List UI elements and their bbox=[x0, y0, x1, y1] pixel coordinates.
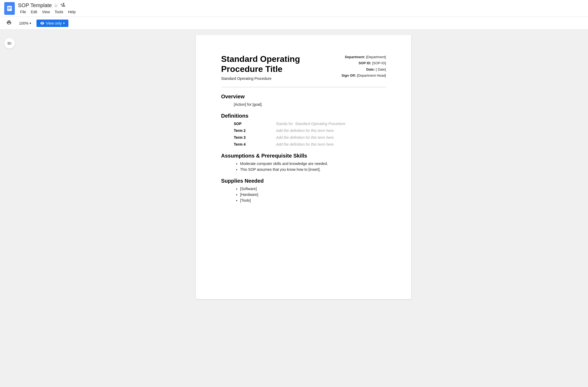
document-title: SOP Template bbox=[18, 2, 52, 8]
title-block: Standard Operating Procedure Title Stand… bbox=[221, 54, 342, 81]
menu-help[interactable]: Help bbox=[66, 9, 78, 15]
department-label: Department: bbox=[345, 55, 365, 59]
list-item: Moderate computer skills and knowledge a… bbox=[240, 162, 386, 166]
list-item: [Tools] bbox=[240, 198, 386, 202]
title-area: SOP Template ☆ File Edit View Tools Help bbox=[18, 2, 78, 15]
doc-page: Standard Operating Procedure Title Stand… bbox=[196, 35, 411, 299]
department-value: [Department] bbox=[366, 55, 386, 59]
assumptions-list: Moderate computer skills and knowledge a… bbox=[234, 162, 386, 172]
doc-title-row: SOP Template ☆ bbox=[18, 2, 78, 9]
signoff-label: Sign Off: bbox=[342, 73, 356, 77]
svg-rect-3 bbox=[8, 9, 10, 9]
def-row-term3: Term 3 Add the definition for this term … bbox=[234, 135, 386, 140]
def-value-sop: Stands for Standard Operating Procedure bbox=[276, 122, 345, 126]
def-value-sop-text: Standard Operating Procedure bbox=[295, 122, 346, 126]
view-only-dropdown-icon: ▾ bbox=[63, 21, 65, 25]
signoff-value: [Department Head] bbox=[357, 73, 386, 77]
sop-id-label: SOP ID: bbox=[358, 61, 371, 65]
menu-view[interactable]: View bbox=[40, 9, 52, 15]
section-divider bbox=[221, 87, 386, 87]
print-button[interactable] bbox=[4, 19, 14, 27]
list-item: This SOP assumes that you know how to [i… bbox=[240, 167, 386, 172]
doc-subtitle: Standard Operating Procedure bbox=[221, 76, 342, 81]
def-row-term4: Term 4 Add the definition for this term … bbox=[234, 142, 386, 146]
view-only-button[interactable]: View only ▾ bbox=[36, 20, 69, 27]
doc-meta: Department: [Department] SOP ID: [SOP-ID… bbox=[342, 54, 386, 79]
zoom-value: 100% bbox=[19, 21, 29, 25]
main-layout: Standard Operating Procedure Title Stand… bbox=[0, 30, 588, 310]
meta-department: Department: [Department] bbox=[342, 54, 386, 60]
svg-rect-2 bbox=[8, 8, 11, 8]
def-term-sop: SOP bbox=[234, 122, 255, 126]
menu-file[interactable]: File bbox=[18, 9, 28, 15]
date-value: [ Date] bbox=[376, 67, 386, 71]
def-value-2: Add the definition for this term here. bbox=[276, 128, 335, 133]
meta-signoff: Sign Off: [Department Head] bbox=[342, 72, 386, 79]
outline-button[interactable] bbox=[4, 38, 15, 49]
definitions-title: Definitions bbox=[221, 113, 386, 119]
collab-icon[interactable] bbox=[60, 2, 66, 9]
zoom-control[interactable]: 100% ▾ bbox=[17, 20, 33, 26]
doc-main-title: Standard Operating Procedure Title bbox=[221, 54, 342, 74]
svg-rect-1 bbox=[8, 7, 11, 8]
definitions-table: SOP Stands for Standard Operating Proced… bbox=[234, 122, 386, 146]
star-icon[interactable]: ☆ bbox=[54, 3, 58, 8]
left-sidebar bbox=[0, 35, 19, 310]
def-term-2: Term 2 bbox=[234, 128, 255, 133]
list-item: [Software] bbox=[240, 187, 386, 191]
top-bar: SOP Template ☆ File Edit View Tools Help bbox=[0, 0, 588, 17]
date-label: Date: bbox=[366, 67, 375, 71]
menu-bar: File Edit View Tools Help bbox=[18, 9, 78, 15]
list-item: [Hardware] bbox=[240, 192, 386, 197]
def-term-4: Term 4 bbox=[234, 142, 255, 146]
section-definitions: Definitions SOP Stands for Standard Oper… bbox=[221, 113, 386, 146]
supplies-title: Supplies Needed bbox=[221, 178, 386, 184]
svg-rect-0 bbox=[7, 6, 12, 11]
def-row-term2: Term 2 Add the definition for this term … bbox=[234, 128, 386, 133]
doc-area: Standard Operating Procedure Title Stand… bbox=[19, 35, 588, 310]
def-value-4: Add the definition for this term here. bbox=[276, 142, 335, 146]
overview-content: [Action] for [goal]. bbox=[221, 102, 386, 107]
menu-edit[interactable]: Edit bbox=[29, 9, 39, 15]
toolbar: 100% ▾ View only ▾ bbox=[0, 17, 588, 30]
overview-title: Overview bbox=[221, 94, 386, 100]
meta-date: Date: [ Date] bbox=[342, 66, 386, 72]
stands-for-text: Stands for bbox=[276, 122, 293, 126]
app-icon bbox=[4, 2, 15, 15]
section-overview: Overview [Action] for [goal]. bbox=[221, 94, 386, 107]
zoom-dropdown-icon: ▾ bbox=[30, 21, 31, 25]
meta-sop-id: SOP ID: [SOP-ID] bbox=[342, 60, 386, 66]
section-supplies: Supplies Needed [Software] [Hardware] [T… bbox=[221, 178, 386, 202]
def-row-sop: SOP Stands for Standard Operating Proced… bbox=[234, 122, 386, 126]
doc-header: Standard Operating Procedure Title Stand… bbox=[221, 54, 386, 81]
sop-id-value: [SOP-ID] bbox=[372, 61, 386, 65]
def-value-3: Add the definition for this term here. bbox=[276, 135, 335, 140]
view-only-label: View only bbox=[46, 21, 62, 25]
def-term-3: Term 3 bbox=[234, 135, 255, 140]
assumptions-title: Assumptions & Prerequisite Skills bbox=[221, 153, 386, 159]
menu-tools[interactable]: Tools bbox=[53, 9, 66, 15]
section-assumptions: Assumptions & Prerequisite Skills Modera… bbox=[221, 153, 386, 172]
supplies-list: [Software] [Hardware] [Tools] bbox=[234, 187, 386, 202]
